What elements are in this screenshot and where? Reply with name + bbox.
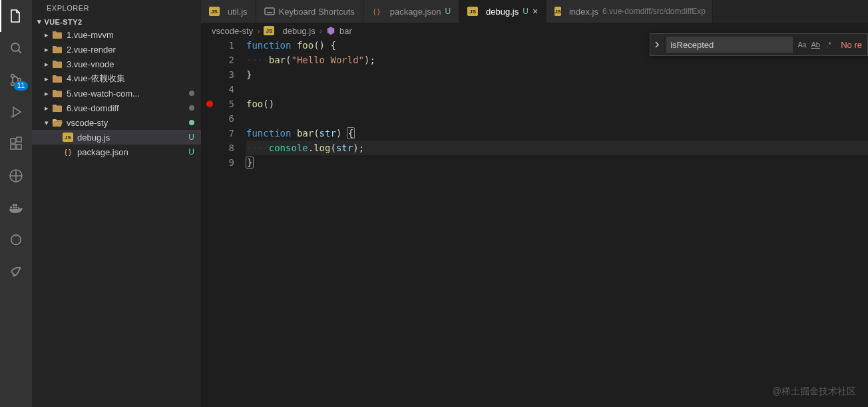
editor-tab[interactable]: JSindex.js 6.vue-domdiff/src/domdiffExp xyxy=(546,0,713,23)
folder-icon xyxy=(52,89,63,98)
folder-icon xyxy=(52,118,63,127)
modified-dot-icon xyxy=(189,91,194,96)
tab-label: Keyboard Shortcuts xyxy=(279,7,355,17)
code-line[interactable]: foo() xyxy=(246,97,868,111)
source-control-icon[interactable]: 11 xyxy=(0,64,32,96)
svg-rect-14 xyxy=(15,204,17,206)
editor-tab[interactable]: JSdebug.jsU× xyxy=(459,0,546,23)
symbol-method-icon xyxy=(326,26,335,35)
tab-path: 6.vue-domdiff/src/domdiffExp xyxy=(602,7,706,16)
chevron-icon: ▾ xyxy=(41,119,52,127)
extensions-icon[interactable] xyxy=(0,128,32,160)
tree-item-label: package.json xyxy=(77,147,188,157)
chevron-icon: ▸ xyxy=(41,45,52,54)
svg-rect-5 xyxy=(11,139,15,143)
tab-label: util.js xyxy=(228,7,248,17)
code-line[interactable]: function bar(str) { xyxy=(246,126,868,141)
find-expand-toggle[interactable] xyxy=(650,34,664,55)
modified-dot-icon xyxy=(189,105,194,111)
code-line[interactable]: } xyxy=(246,155,868,170)
folder-item[interactable]: ▸2.vue-render xyxy=(32,42,201,57)
match-whole-word-toggle[interactable]: Ab xyxy=(809,38,822,51)
explorer-icon[interactable] xyxy=(0,0,32,32)
editor-tab[interactable]: Keyboard Shortcuts xyxy=(256,0,363,23)
folder-icon xyxy=(52,59,63,69)
chevron-right-icon: › xyxy=(257,26,260,36)
breadcrumb-part[interactable]: debug.js xyxy=(282,26,315,36)
line-number[interactable]: 3 xyxy=(201,67,234,82)
svg-rect-10 xyxy=(10,206,12,208)
tab-label: debug.js xyxy=(486,7,519,17)
match-case-toggle[interactable]: Aa xyxy=(795,38,809,51)
chevron-right-icon: › xyxy=(320,26,322,36)
line-number[interactable]: 9 xyxy=(201,155,234,170)
tree-item-label: 5.vue-watch-com... xyxy=(67,89,189,99)
line-number[interactable]: 7 xyxy=(201,126,234,141)
code-line[interactable]: } xyxy=(246,67,868,82)
js-file-icon: JS xyxy=(554,7,561,16)
js-file-icon: JS xyxy=(63,133,73,142)
line-number[interactable]: 6 xyxy=(201,111,234,126)
svg-rect-7 xyxy=(17,145,21,149)
breakpoint-icon[interactable] xyxy=(206,101,213,107)
git-status-label: U xyxy=(523,7,529,16)
folder-icon xyxy=(52,45,63,54)
docker-icon[interactable] xyxy=(0,192,32,224)
folder-item[interactable]: ▾vscode-sty xyxy=(32,115,201,130)
regex-toggle[interactable]: .* xyxy=(822,38,835,51)
gitlens-icon[interactable] xyxy=(0,224,32,256)
find-widget: Aa Ab .* No re xyxy=(650,33,868,56)
line-number[interactable]: 4 xyxy=(201,82,234,97)
folder-icon xyxy=(52,30,63,39)
editor-tab[interactable]: { }package.jsonU xyxy=(363,0,459,23)
code-line[interactable]: ····console.log(str); xyxy=(246,141,868,155)
line-number[interactable]: 2 xyxy=(201,53,234,67)
tree-item-label: debug.js xyxy=(77,133,188,143)
folder-item[interactable]: ▸1.vue-mvvm xyxy=(32,27,201,42)
folder-item[interactable]: ▸6.vue-domdiff xyxy=(32,101,201,115)
file-item[interactable]: JSdebug.jsU xyxy=(32,130,201,145)
close-icon[interactable]: × xyxy=(533,6,538,17)
code-content[interactable]: function foo() {····bar("Hello World");}… xyxy=(246,38,868,407)
tab-label: package.json xyxy=(390,7,441,17)
svg-point-1 xyxy=(11,75,15,78)
folder-item[interactable]: ▸3.vue-vnode xyxy=(32,57,201,71)
find-results-label: No re xyxy=(841,40,862,50)
svg-rect-12 xyxy=(15,206,17,208)
modified-dot-icon xyxy=(189,120,194,125)
chevron-icon: ▸ xyxy=(41,75,52,83)
code-line[interactable] xyxy=(246,82,868,97)
keyboard-icon xyxy=(264,7,275,15)
line-gutter[interactable]: 123456789 xyxy=(201,38,246,407)
folder-icon xyxy=(52,74,63,83)
share-icon[interactable] xyxy=(0,256,32,288)
search-icon[interactable] xyxy=(0,32,32,64)
folder-item[interactable]: ▸4.vue-依赖收集 xyxy=(32,71,201,86)
remote-icon[interactable] xyxy=(0,160,32,192)
code-line[interactable] xyxy=(246,111,868,126)
workspace-section-header[interactable]: ▾ VUE-STY2 xyxy=(32,16,201,27)
js-file-icon: JS xyxy=(264,26,274,35)
run-debug-icon[interactable] xyxy=(0,96,32,128)
svg-rect-6 xyxy=(11,145,15,149)
file-item[interactable]: { }package.jsonU xyxy=(32,145,201,159)
workspace-name: VUE-STY2 xyxy=(44,18,82,26)
svg-point-4 xyxy=(11,115,13,118)
breadcrumb-part[interactable]: bar xyxy=(339,26,352,36)
tree-item-label: vscode-sty xyxy=(67,118,189,128)
breadcrumb-part[interactable]: vscode-sty xyxy=(212,26,253,36)
code-area[interactable]: 123456789 function foo() {····bar("Hello… xyxy=(201,38,868,407)
tree-item-label: 2.vue-render xyxy=(67,45,194,55)
editor-tab[interactable]: JSutil.js xyxy=(201,0,256,23)
line-number[interactable]: 8 xyxy=(201,141,234,155)
chevron-icon: ▸ xyxy=(41,60,52,69)
sidebar-title: EXPLORER xyxy=(32,0,201,16)
find-input[interactable] xyxy=(666,37,793,53)
line-number[interactable]: 1 xyxy=(201,38,234,53)
tree-item-label: 1.vue-mvvm xyxy=(67,30,194,40)
folder-item[interactable]: ▸5.vue-watch-com... xyxy=(32,86,201,101)
json-file-icon: { } xyxy=(63,149,73,156)
scm-badge: 11 xyxy=(14,81,28,91)
chevron-down-icon: ▾ xyxy=(37,17,41,26)
svg-point-0 xyxy=(11,43,19,51)
